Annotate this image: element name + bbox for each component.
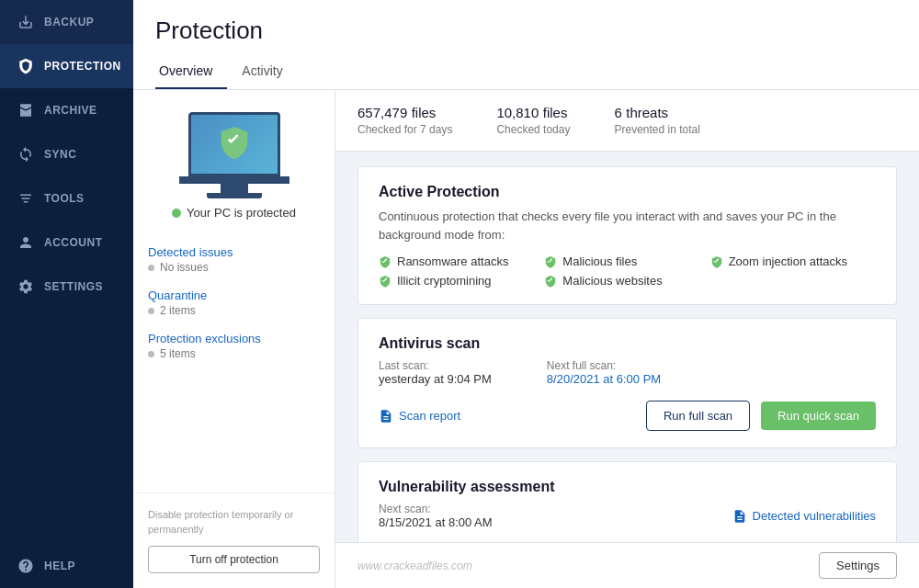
page-title: Protection [155,17,897,45]
tab-overview[interactable]: Overview [155,56,227,89]
next-scan-label: Next full scan: [547,359,661,372]
next-scan-item: Next full scan: 8/20/2021 at 6:00 PM [547,359,661,386]
sidebar-item-protection[interactable]: PROTECTION [0,44,133,88]
sidebar-item-archive[interactable]: ARCHIVE [0,88,133,132]
scan-info: Last scan: yesterday at 9:04 PM Next ful… [379,359,876,386]
settings-button[interactable]: Settings [819,552,897,579]
stat-files-checked: 657,479 files Checked for 7 days [357,105,452,136]
feature-bullet-icon [710,255,723,268]
feature-bullet-icon [379,275,391,288]
quarantine-item: Quarantine 2 items [148,288,320,317]
stat-files-today: 10,810 files Checked today [496,105,570,136]
turn-off-area: Disable protection temporarily or perman… [133,492,335,588]
monitor-area: Your PC is protected [133,90,335,234]
vuln-scan-info: Next scan: 8/15/2021 at 8:00 AM [379,503,493,529]
tabs-bar: Overview Activity [155,56,897,89]
feature-malicious-websites: Malicious websites [544,274,709,288]
monitor-screen [188,112,280,176]
sidebar-item-help[interactable]: HELP [0,544,133,588]
status-row: Your PC is protected [172,206,296,220]
protection-icon [17,57,35,75]
protection-exclusions-link[interactable]: Protection exclusions [148,332,320,345]
stat-unit: files [412,105,437,120]
feature-bullet-icon [544,255,557,268]
protection-exclusions-item: Protection exclusions 5 items [148,332,320,360]
sync-icon [17,145,35,164]
stat-sub-files: Checked for 7 days [357,123,452,136]
sidebar-item-label: SYNC [44,148,76,161]
gear-icon [17,277,35,296]
protection-exclusions-sub: 5 items [148,347,320,360]
feature-bullet-icon [544,275,557,288]
sidebar-item-label: ACCOUNT [44,236,103,249]
quarantine-link[interactable]: Quarantine [148,288,320,302]
turn-off-protection-button[interactable]: Turn off protection [148,546,320,573]
help-icon [17,557,35,575]
content-area: Active Protection Continuous protection … [335,152,919,542]
antivirus-scan-card: Antivirus scan Last scan: yesterday at 9… [357,318,897,448]
sidebar-item-label: ARCHIVE [44,104,97,117]
stats-bar: 657,479 files Checked for 7 days 10,810 … [335,90,919,152]
watermark: www.crackeadfiles.com [357,560,472,572]
stat-main-today: 10,810 files [496,105,570,121]
detected-issues-dot [148,265,154,271]
vulnerability-card: Vulnerability assessment Next scan: 8/15… [357,461,897,542]
vulnerability-title: Vulnerability assessment [379,479,876,495]
page-header: Protection Overview Activity [133,0,919,90]
bottom-bar: www.crackeadfiles.com Settings [335,542,919,588]
stat-unit-threats: threats [626,105,668,120]
stat-main-files: 657,479 files [357,105,452,121]
vuln-next-scan-value: 8/15/2021 at 8:00 AM [379,515,493,529]
run-full-scan-button[interactable]: Run full scan [646,401,750,431]
status-text: Your PC is protected [187,206,296,220]
feature-zoom-injection: Zoom injection attacks [710,254,876,268]
detected-vuln-icon [732,509,747,524]
quarantine-sub: 2 items [148,304,320,317]
features-grid: Ransomware attacks Malicious files Zoom … [379,254,876,288]
sidebar-item-label: HELP [44,560,75,572]
stat-sub-today: Checked today [496,123,570,136]
detected-vulnerabilities-link[interactable]: Detected vulnerabilities [732,509,876,524]
shield-monitor-icon [218,125,251,164]
feature-bullet-icon [379,255,391,268]
main-area: Protection Overview Activity [133,0,919,588]
backup-icon [17,13,35,31]
sidebar-item-tools[interactable]: TOOLS [0,176,133,220]
body-area: Your PC is protected Detected issues No … [133,90,919,588]
sidebar-item-label: SETTINGS [44,280,103,293]
antivirus-scan-title: Antivirus scan [379,335,876,352]
turn-off-text: Disable protection temporarily or perman… [148,508,320,537]
next-scan-value: 8/20/2021 at 6:00 PM [547,372,661,386]
report-icon [379,409,393,424]
left-panel-links: Detected issues No issues Quarantine 2 i… [133,234,335,371]
run-quick-scan-button[interactable]: Run quick scan [761,401,876,430]
monitor-foot [207,193,262,198]
protection-exclusions-dot [148,351,154,357]
sidebar-item-label: TOOLS [44,192,85,205]
sidebar-item-sync[interactable]: SYNC [0,132,133,176]
active-protection-title: Active Protection [379,184,876,200]
sidebar: BACKUP PROTECTION ARCHIVE SYNC TOOLS ACC… [0,0,133,588]
detected-issues-item: Detected issues No issues [148,245,320,274]
feature-cryptomining: Illicit cryptomining [379,274,544,288]
last-scan-label: Last scan: [379,359,492,372]
monitor-illustration [179,112,289,195]
stat-main-threats: 6 threats [614,105,699,121]
last-scan-item: Last scan: yesterday at 9:04 PM [379,359,492,386]
scan-actions: Scan report Run full scan Run quick scan [379,401,876,431]
detected-issues-link[interactable]: Detected issues [148,245,320,259]
stat-threats: 6 threats Prevented in total [614,105,699,136]
sidebar-item-account[interactable]: ACCOUNT [0,220,133,265]
vuln-next-scan-label: Next scan: [379,503,493,515]
sidebar-item-settings[interactable]: SETTINGS [0,265,133,309]
quarantine-dot [148,308,154,314]
feature-ransomware: Ransomware attacks [379,254,544,268]
scan-report-link[interactable]: Scan report [379,409,460,424]
left-panel: Your PC is protected Detected issues No … [133,90,335,588]
stat-sub-threats: Prevented in total [614,123,699,136]
tab-activity[interactable]: Activity [238,56,297,89]
archive-icon [17,101,35,119]
monitor-stand [221,184,248,193]
last-scan-value: yesterday at 9:04 PM [379,372,492,386]
sidebar-item-backup[interactable]: BACKUP [0,0,133,44]
